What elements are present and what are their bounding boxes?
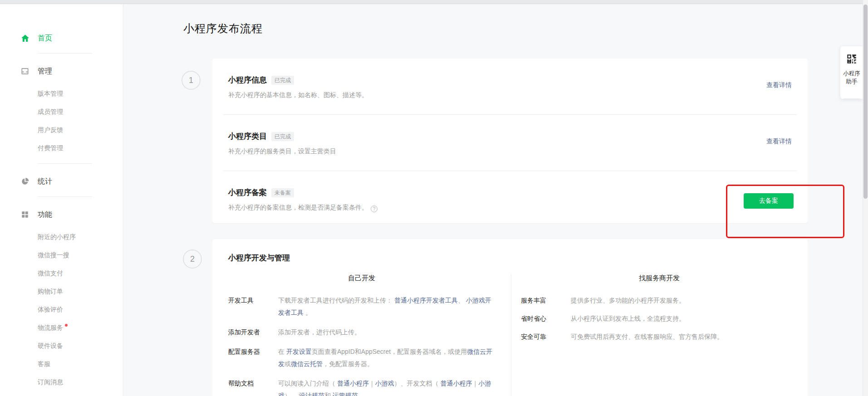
inline-link[interactable]: 开发设置 <box>286 348 312 355</box>
view-details-link[interactable]: 查看详情 <box>766 81 792 89</box>
inline-link[interactable]: 普通小程序 <box>337 380 369 387</box>
sidebar-subitem-label: 购物订单 <box>38 288 63 296</box>
inline-text: 从小程序认证到发布上线，全流程支持。 <box>571 315 685 322</box>
dev-row: 安全可靠可免费试用后再支付、在线客服响应、官方售后保障。 <box>521 331 794 343</box>
sidebar-subitem-label: 附近的小程序 <box>38 233 76 241</box>
sidebar-item-features[interactable]: 功能 <box>0 205 123 224</box>
sidebar: 首页管理版本管理成员管理用户反馈付费管理统计功能附近的小程序微信搜一搜微信支付购… <box>0 4 123 396</box>
inline-text: 可免费试用后再支付、在线客服响应、官方售后保障。 <box>571 333 723 340</box>
assistant-label: 小程序 助手 <box>843 69 860 86</box>
sidebar-subitem[interactable]: 微信支付 <box>0 264 123 283</box>
inline-text: 在 <box>278 348 286 355</box>
dev-row: 省时省心从小程序认证到发布上线，全流程支持。 <box>521 313 794 325</box>
grid-icon <box>20 210 30 220</box>
go-beian-button[interactable]: 去备案 <box>744 193 794 209</box>
sidebar-subitem-label: 订阅消息 <box>38 378 63 386</box>
sidebar-subitem-label: 版本管理 <box>38 90 63 98</box>
home-icon <box>20 33 30 43</box>
sidebar-subitem[interactable]: 版本管理 <box>0 85 123 103</box>
column-rows: 服务丰富提供多行业、多功能的小程序开发服务。省时省心从小程序认证到发布上线，全流… <box>511 294 808 343</box>
dev-row-text: 可免费试用后再支付、在线客服响应、官方售后保障。 <box>571 331 794 343</box>
column-header-vendor-dev: 找服务商开发 <box>511 274 808 283</box>
sidebar-subitem[interactable]: 体验评价 <box>0 301 123 319</box>
sidebar-subitem[interactable]: 用户反馈 <box>0 121 123 139</box>
step-row-desc-text: 补充小程序的服务类目，设置主营类目 <box>228 147 336 155</box>
inline-text: ，免配置服务器。 <box>323 360 373 367</box>
qr-code-icon <box>846 53 858 65</box>
inline-link[interactable]: 微信云托管 <box>291 360 323 367</box>
inbox-icon <box>20 66 30 76</box>
step-2-indicator: 2 <box>183 249 202 269</box>
status-badge: 未备案 <box>271 188 294 197</box>
step-row-beian: 小程序备案未备案补充小程序的备案信息，检测是否满足备案条件。?去备案 <box>212 171 808 223</box>
inline-text: 或 <box>284 360 291 367</box>
step-row-desc-text: 补充小程序的备案信息，检测是否满足备案条件。 <box>228 204 368 211</box>
step-row-desc-text: 补充小程序的基本信息，如名称、图标、描述等。 <box>228 91 368 98</box>
view-details-link[interactable]: 查看详情 <box>766 137 792 146</box>
sidebar-subitem[interactable]: 物流服务 <box>0 319 123 337</box>
inline-text: ｜ <box>472 380 479 387</box>
scrollbar-track <box>863 0 868 396</box>
sidebar-subitem-label: 付费管理 <box>38 144 63 152</box>
sidebar-subitem-label: 微信支付 <box>38 269 63 278</box>
sidebar-item-label: 首页 <box>38 34 52 43</box>
inline-link[interactable]: 运营规范 <box>333 392 358 396</box>
inline-text: 可以阅读入门介绍（ <box>278 380 337 387</box>
sidebar-subitem[interactable]: 附近的小程序 <box>0 228 123 246</box>
sidebar-item-home[interactable]: 首页 <box>0 29 123 47</box>
step-row-head: 小程序类目已完成 <box>228 131 792 142</box>
inline-text: 添加开发者，进行代码上传。 <box>278 328 361 336</box>
sidebar-divider <box>38 196 92 197</box>
step-row-desc: 补充小程序的基本信息，如名称、图标、描述等。 <box>228 91 792 99</box>
dev-row: 开发工具下载开发者工具进行代码的开发和上传： 普通小程序开发者工具、 小游戏开发… <box>228 294 495 319</box>
scrollbar-thumb[interactable] <box>863 5 868 199</box>
notification-dot <box>65 324 68 327</box>
inline-text: 提供多行业、多功能的小程序开发服务。 <box>571 297 685 304</box>
inline-text: ）、 <box>284 392 299 396</box>
dev-row-label: 省时省心 <box>521 313 571 325</box>
step-row-head: 小程序信息已完成 <box>228 75 792 85</box>
inline-text: 页面查看AppID和AppSecret，配置服务器域名，或使用 <box>312 348 467 355</box>
column-header-self-dev: 自己开发 <box>212 274 511 283</box>
dev-row-label: 开发工具 <box>228 294 278 319</box>
step-1-indicator: 1 <box>181 71 201 90</box>
sidebar-nav: 首页管理版本管理成员管理用户反馈付费管理统计功能附近的小程序微信搜一搜微信支付购… <box>0 4 123 391</box>
inline-link[interactable]: 设计规范 <box>299 392 324 396</box>
dev-row-text: 从小程序认证到发布上线，全流程支持。 <box>571 313 794 325</box>
sidebar-subitem[interactable]: 付费管理 <box>0 139 123 157</box>
step-row-title: 小程序备案 <box>228 187 267 198</box>
sidebar-divider <box>38 53 92 54</box>
sidebar-subitem[interactable]: 成员管理 <box>0 103 123 121</box>
dev-row: 添加开发者添加开发者，进行代码上传。 <box>228 326 495 338</box>
sidebar-subitem[interactable]: 客服 <box>0 355 123 373</box>
inline-text: 、 <box>458 297 466 304</box>
sidebar-item-stats[interactable]: 统计 <box>0 172 123 191</box>
sidebar-item-label: 功能 <box>38 210 52 220</box>
sidebar-subitems: 附近的小程序微信搜一搜微信支付购物订单体验评价物流服务硬件设备客服订阅消息 <box>0 224 123 391</box>
sidebar-subitem[interactable]: 订阅消息 <box>0 373 123 391</box>
sidebar-item-manage[interactable]: 管理 <box>0 62 123 80</box>
help-icon[interactable]: ? <box>371 205 378 212</box>
top-edge-bar <box>0 0 868 4</box>
status-badge: 已完成 <box>271 76 294 85</box>
sidebar-subitem-label: 客服 <box>38 360 50 368</box>
sidebar-subitems: 版本管理成员管理用户反馈付费管理 <box>0 80 123 157</box>
inline-link[interactable]: 小游戏 <box>375 380 394 387</box>
inline-link[interactable]: 普通小程序开发者工具 <box>394 297 458 304</box>
dev-row: 配置服务器在 开发设置页面查看AppID和AppSecret，配置服务器域名，或… <box>228 346 495 370</box>
step-row-desc: 补充小程序的服务类目，设置主营类目 <box>228 147 792 156</box>
inline-text: 和 <box>324 392 333 396</box>
sidebar-subitem[interactable]: 微信搜一搜 <box>0 246 123 264</box>
step-row-head: 小程序备案未备案 <box>228 187 792 198</box>
sidebar-subitem[interactable]: 购物订单 <box>0 283 123 301</box>
sidebar-subitem[interactable]: 硬件设备 <box>0 337 123 355</box>
dev-row-label: 配置服务器 <box>228 346 278 370</box>
sidebar-item-label: 统计 <box>38 177 52 186</box>
dev-row: 服务丰富提供多行业、多功能的小程序开发服务。 <box>521 294 794 307</box>
step-row-desc: 补充小程序的备案信息，检测是否满足备案条件。? <box>228 204 792 212</box>
main-content: 小程序发布流程 1 小程序信息已完成补充小程序的基本信息，如名称、图标、描述等。… <box>124 4 868 396</box>
mini-program-assistant-widget[interactable]: 小程序 助手 <box>840 46 863 99</box>
inline-link[interactable]: 普通小程序 <box>441 380 472 387</box>
dev-row-text: 添加开发者，进行代码上传。 <box>278 326 495 338</box>
dev-row-text: 提供多行业、多功能的小程序开发服务。 <box>571 294 794 307</box>
